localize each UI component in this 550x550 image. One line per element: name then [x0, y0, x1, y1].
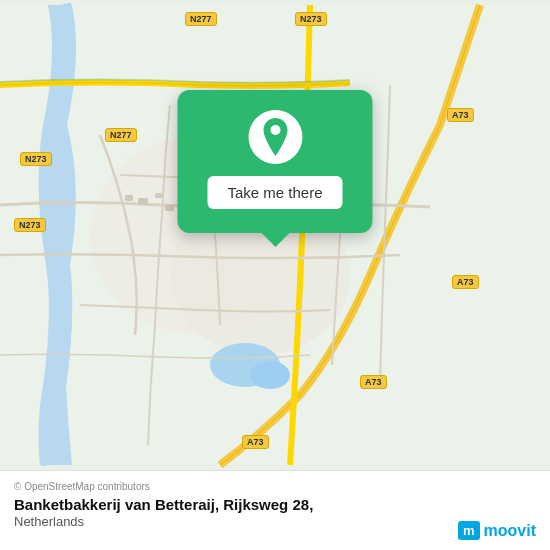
svg-rect-8	[155, 193, 162, 198]
location-icon-wrapper	[248, 110, 302, 164]
road-badge-a73-b2: A73	[242, 435, 269, 449]
svg-rect-9	[165, 205, 174, 211]
svg-point-5	[250, 361, 290, 389]
road-badge-a73-r2: A73	[452, 275, 479, 289]
road-badge-n273-left: N273	[14, 218, 46, 232]
road-badge-n277-left: N277	[105, 128, 137, 142]
svg-rect-7	[138, 198, 148, 205]
map-attribution: © OpenStreetMap contributors	[14, 481, 536, 492]
road-badge-n273-mid: N273	[20, 152, 52, 166]
road-badge-a73-r1: A73	[447, 108, 474, 122]
location-pin-icon	[259, 118, 291, 156]
road-badge-a73-b1: A73	[360, 375, 387, 389]
place-name: Banketbakkerij van Betteraij, Rijksweg 2…	[14, 496, 536, 513]
map-area: N277 N273 N277 N273 N273 A73 A73 A73 A73…	[0, 0, 550, 470]
take-me-there-button[interactable]: Take me there	[207, 176, 342, 209]
svg-point-13	[270, 125, 280, 135]
moovit-text: moovit	[484, 522, 536, 540]
moovit-m-badge: m	[458, 521, 480, 540]
app-container: N277 N273 N277 N273 N273 A73 A73 A73 A73…	[0, 0, 550, 550]
bottom-bar: © OpenStreetMap contributors Banketbakke…	[0, 470, 550, 550]
popup-card: Take me there	[177, 90, 372, 233]
road-badge-n273-top: N273	[295, 12, 327, 26]
svg-rect-6	[125, 195, 133, 201]
moovit-logo: m moovit	[458, 521, 536, 540]
road-badge-n277-top: N277	[185, 12, 217, 26]
